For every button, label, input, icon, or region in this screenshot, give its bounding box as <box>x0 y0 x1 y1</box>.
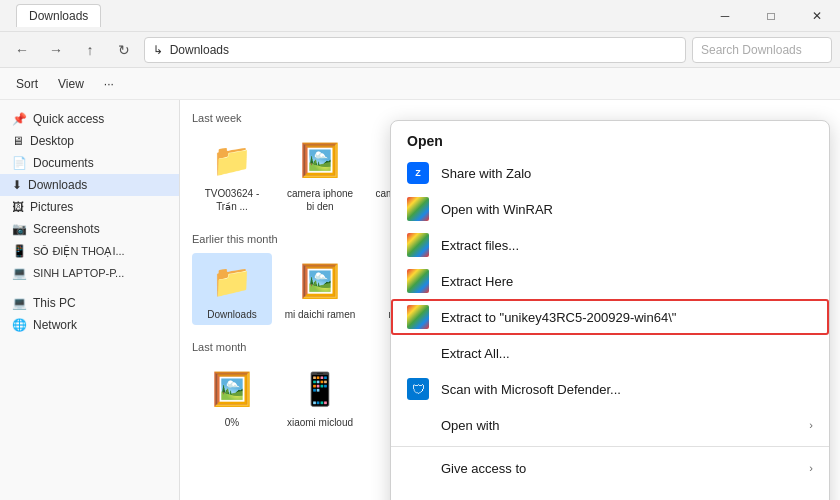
sidebar-item-documents[interactable]: 📄 Documents <box>0 152 179 174</box>
screenshots-icon: 📷 <box>12 222 27 236</box>
ctx-label-extract-to: Extract to "unikey43RC5-200929-win64\" <box>441 310 813 325</box>
context-menu: Open Z Share with Zalo Open with WinRAR <box>390 120 830 500</box>
secondary-toolbar: Sort View ··· <box>0 68 840 100</box>
open-with-icon <box>407 414 429 436</box>
sidebar-item-desktop[interactable]: 🖥 Desktop <box>0 130 179 152</box>
copy-path-icon <box>407 493 429 500</box>
ctx-label-open-with: Open with <box>441 418 797 433</box>
ctx-label-open-winrar: Open with WinRAR <box>441 202 813 217</box>
title-tab[interactable]: Downloads <box>16 4 101 27</box>
defender-icon: 🛡 <box>407 378 429 400</box>
sidebar-item-phone[interactable]: 📱 SỐ ĐIỆN THOẠI... <box>0 240 179 262</box>
file-item-downloads-folder[interactable]: 📁 Downloads <box>192 253 272 325</box>
folder-icon-downloads: 📁 <box>208 257 256 305</box>
desktop-icon: 🖥 <box>12 134 24 148</box>
downloads-icon: ⬇ <box>12 178 22 192</box>
back-button[interactable]: ← <box>8 36 36 64</box>
title-bar: Downloads ─ □ ✕ <box>0 0 840 32</box>
address-bar[interactable]: ↳ Downloads <box>144 37 686 63</box>
phone-icon: 📱 <box>12 244 27 258</box>
sidebar-label-downloads: Downloads <box>28 178 87 192</box>
main-area: 📌 Quick access 🖥 Desktop 📄 Documents ⬇ D… <box>0 100 840 500</box>
file-item-tvo[interactable]: 📁 TVO03624 - Trần ... <box>192 132 272 217</box>
view-button[interactable]: View <box>50 74 92 94</box>
open-with-arrow: › <box>809 419 813 431</box>
file-area: Last week 📁 TVO03624 - Trần ... 🖼️ camer… <box>180 100 840 500</box>
sidebar-item-downloads[interactable]: ⬇ Downloads <box>0 174 179 196</box>
give-access-arrow: › <box>809 462 813 474</box>
sidebar-item-laptop[interactable]: 💻 SINH LAPTOP-P... <box>0 262 179 284</box>
sidebar-item-quick-access[interactable]: 📌 Quick access <box>0 108 179 130</box>
image-icon-camera1: 🖼️ <box>296 136 344 184</box>
up-button[interactable]: ↑ <box>76 36 104 64</box>
ctx-item-extract-all[interactable]: Extract All... <box>391 335 829 371</box>
ctx-item-scan-defender[interactable]: 🛡 Scan with Microsoft Defender... <box>391 371 829 407</box>
ctx-item-give-access[interactable]: Give access to › <box>391 450 829 486</box>
ctx-item-open-winrar[interactable]: Open with WinRAR <box>391 191 829 227</box>
address-text: Downloads <box>170 43 229 57</box>
zalo-icon: Z <box>407 162 429 184</box>
file-item-ramen1[interactable]: 🖼️ mi daichi ramen <box>280 253 360 325</box>
ctx-item-open-with[interactable]: Open with › <box>391 407 829 443</box>
file-item-0pct[interactable]: 🖼️ 0% <box>192 361 272 446</box>
ctx-item-extract-to[interactable]: Extract to "unikey43RC5-200929-win64\" <box>391 299 829 335</box>
pictures-icon: 🖼 <box>12 200 24 214</box>
winrar-icon-extract-files <box>407 234 429 256</box>
file-name-ramen1: mi daichi ramen <box>285 308 356 321</box>
context-menu-separator-1 <box>391 446 829 447</box>
file-name-downloads: Downloads <box>207 308 256 321</box>
ctx-item-extract-here[interactable]: Extract Here <box>391 263 829 299</box>
sidebar-item-network[interactable]: 🌐 Network <box>0 314 179 336</box>
folder-icon-tvo: 📁 <box>208 136 256 184</box>
toolbar: ← → ↑ ↻ ↳ Downloads Search Downloads <box>0 32 840 68</box>
network-icon: 🌐 <box>12 318 27 332</box>
ctx-item-share-zalo[interactable]: Z Share with Zalo <box>391 155 829 191</box>
sidebar-item-this-pc[interactable]: 💻 This PC <box>0 292 179 314</box>
title-bar-buttons: ─ □ ✕ <box>702 0 840 32</box>
extract-all-icon <box>407 342 429 364</box>
sidebar-label-this-pc: This PC <box>33 296 76 310</box>
ctx-item-copy-path[interactable]: Copy as path <box>391 486 829 500</box>
more-options-button[interactable]: ··· <box>96 74 122 94</box>
ctx-label-give-access: Give access to <box>441 461 797 476</box>
refresh-button[interactable]: ↻ <box>110 36 138 64</box>
quick-access-icon: 📌 <box>12 112 27 126</box>
sidebar-label-laptop: SINH LAPTOP-P... <box>33 267 124 279</box>
ctx-label-extract-here: Extract Here <box>441 274 813 289</box>
image-icon-ramen1: 🖼️ <box>296 257 344 305</box>
sidebar-label-screenshots: Screenshots <box>33 222 100 236</box>
file-name-tvo: TVO03624 - Trần ... <box>196 187 268 213</box>
ctx-item-extract-files[interactable]: Extract files... <box>391 227 829 263</box>
sidebar-label-desktop: Desktop <box>30 134 74 148</box>
image-icon-0pct: 🖼️ <box>208 365 256 413</box>
ctx-label-extract-all: Extract All... <box>441 346 813 361</box>
ctx-label-extract-files: Extract files... <box>441 238 813 253</box>
title-tabs: Downloads <box>16 4 101 27</box>
ctx-label-scan-defender: Scan with Microsoft Defender... <box>441 382 813 397</box>
sidebar-label-phone: SỐ ĐIỆN THOẠI... <box>33 245 125 258</box>
file-name-0pct: 0% <box>225 416 239 429</box>
maximize-button[interactable]: □ <box>748 0 794 32</box>
image-icon-xiaomi: 📱 <box>296 365 344 413</box>
sort-button[interactable]: Sort <box>8 74 46 94</box>
give-access-icon <box>407 457 429 479</box>
sidebar-item-pictures[interactable]: 🖼 Pictures <box>0 196 179 218</box>
this-pc-icon: 💻 <box>12 296 27 310</box>
sidebar-label-quick-access: Quick access <box>33 112 104 126</box>
ctx-label-share-zalo: Share with Zalo <box>441 166 813 181</box>
forward-button[interactable]: → <box>42 36 70 64</box>
file-item-xiaomi[interactable]: 📱 xiaomi micloud <box>280 361 360 446</box>
sidebar: 📌 Quick access 🖥 Desktop 📄 Documents ⬇ D… <box>0 100 180 500</box>
file-item-camera1[interactable]: 🖼️ camera iphone bi den <box>280 132 360 217</box>
close-button[interactable]: ✕ <box>794 0 840 32</box>
context-menu-header: Open <box>391 125 829 155</box>
file-name-camera1: camera iphone bi den <box>284 187 356 213</box>
search-bar[interactable]: Search Downloads <box>692 37 832 63</box>
file-name-xiaomi: xiaomi micloud <box>287 416 353 429</box>
laptop-icon: 💻 <box>12 266 27 280</box>
explorer-window: Downloads ─ □ ✕ ← → ↑ ↻ ↳ Downloads Sear… <box>0 0 840 500</box>
sidebar-label-network: Network <box>33 318 77 332</box>
sidebar-item-screenshots[interactable]: 📷 Screenshots <box>0 218 179 240</box>
search-placeholder: Search Downloads <box>701 43 802 57</box>
minimize-button[interactable]: ─ <box>702 0 748 32</box>
